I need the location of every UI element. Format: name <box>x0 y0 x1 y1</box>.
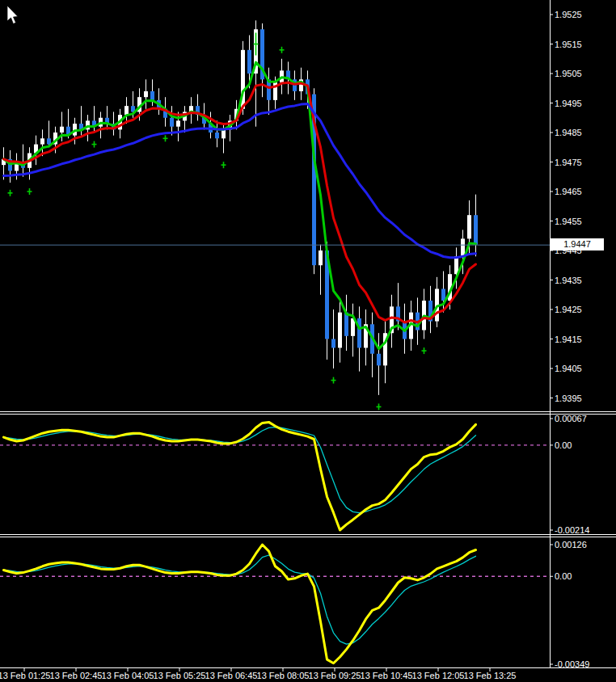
candle-body <box>247 50 251 74</box>
price-axis-label: 1.9465 <box>555 187 582 196</box>
time-axis-label: 13 Feb 01:25 <box>0 671 50 680</box>
candle-body <box>60 127 64 133</box>
candle-body <box>176 120 180 126</box>
candle-body <box>461 238 465 256</box>
signal-line <box>4 555 476 644</box>
price-axis-label: 1.9485 <box>555 128 582 137</box>
current-price-label: 1.9447 <box>563 239 591 249</box>
current-price-box: 1.9447 <box>551 238 604 250</box>
main-indicator-line <box>4 545 476 663</box>
indicator-scale-label: -0.00214 <box>555 525 589 535</box>
candle-body <box>144 91 148 97</box>
price-axis-label: 1.9515 <box>555 40 582 49</box>
price-axis-label: 1.9405 <box>555 364 582 373</box>
indicator-scale-label: 0.00 <box>555 440 572 450</box>
candle-body <box>222 129 226 138</box>
price-axis[interactable]: 1.95251.95151.95051.94951.94851.94751.94… <box>550 0 582 668</box>
candle-body <box>215 133 219 138</box>
candle-body <box>357 318 361 348</box>
candle-body <box>344 313 348 336</box>
time-axis[interactable]: 13 Feb 01:2513 Feb 02:4513 Feb 04:0513 F… <box>0 667 616 680</box>
trading-chart-window: 1.95251.95151.95051.94951.94851.94751.94… <box>0 0 616 682</box>
candle-body <box>474 215 478 245</box>
candle-body <box>338 313 342 348</box>
price-axis-label: 1.9475 <box>555 158 582 167</box>
time-axis-label: 13 Feb 08:05 <box>257 671 310 680</box>
time-axis-label: 13 Feb 04:05 <box>102 671 154 680</box>
indicator-scale-label: 0.00 <box>555 571 572 581</box>
time-axis-label: 13 Feb 02:45 <box>50 671 103 680</box>
price-axis-label: 1.9525 <box>555 10 582 19</box>
candle-body <box>377 354 381 366</box>
candle-body <box>331 339 335 348</box>
candle-body <box>47 138 51 144</box>
price-axis-label: 1.9495 <box>555 99 582 108</box>
main-indicator-line <box>4 422 476 530</box>
candle-body <box>467 215 471 238</box>
candle-body <box>40 138 44 144</box>
indicator-scale-label: 0.00126 <box>555 540 587 549</box>
candle-body <box>170 118 174 127</box>
candle-body <box>441 288 445 301</box>
oscillator-panel-1[interactable]: 0.000670.00-0.00214 <box>0 412 616 536</box>
candle-body <box>319 250 323 265</box>
time-axis-label: 13 Feb 12:05 <box>412 671 465 680</box>
time-axis-label: 13 Feb 05:25 <box>154 671 206 680</box>
indicator-scale-label: 0.00067 <box>555 414 587 423</box>
candle-body <box>124 106 129 115</box>
price-axis-label: 1.9395 <box>555 394 582 403</box>
price-axis-label: 1.9455 <box>555 217 582 226</box>
time-axis-label: 13 Feb 09:25 <box>309 671 361 680</box>
price-axis-label: 1.9435 <box>555 276 582 285</box>
time-axis-label: 13 Feb 10:45 <box>361 671 413 680</box>
mouse-cursor-icon <box>6 6 24 27</box>
time-axis-label: 13 Feb 06:45 <box>205 671 258 680</box>
price-axis-label: 1.9425 <box>555 305 582 314</box>
time-axis-label: 13 Feb 13:25 <box>464 671 517 680</box>
price-axis-label: 1.9415 <box>555 335 582 344</box>
candlestick-panel[interactable] <box>0 20 550 410</box>
candle-body <box>150 91 154 100</box>
price-axis-label: 1.9505 <box>555 69 582 78</box>
chart-canvas[interactable]: 1.95251.95151.95051.94951.94851.94751.94… <box>0 0 616 682</box>
oscillator-panel-2[interactable]: 0.001260.00-0.00349 <box>0 535 616 670</box>
